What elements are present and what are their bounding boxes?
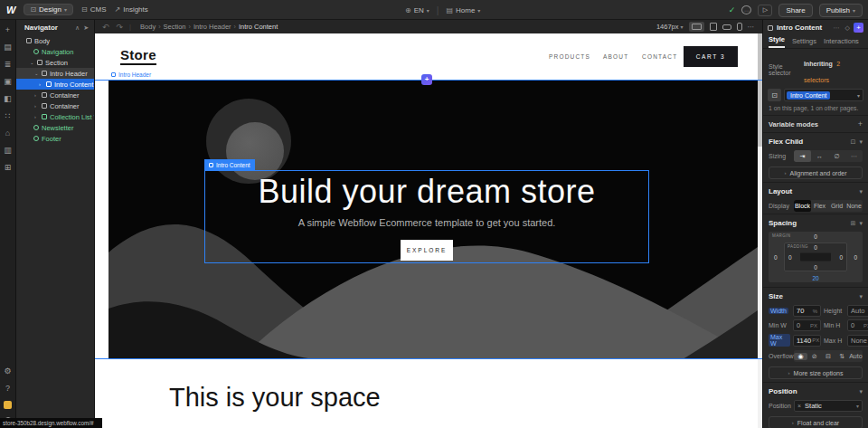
add-icon[interactable]: +	[858, 119, 863, 128]
pages-icon[interactable]: ▤	[4, 43, 12, 52]
min-height-input[interactable]: 0 PX	[847, 319, 868, 331]
breadcrumb-section[interactable]: Section	[164, 23, 186, 31]
breadcrumb-intro-content[interactable]: Intro Content	[239, 23, 278, 31]
comments-icon[interactable]: ⋯	[741, 5, 751, 14]
more-breakpoints-icon[interactable]: ⋯	[748, 23, 756, 31]
help-icon[interactable]: ?	[5, 384, 10, 393]
ecommerce-icon[interactable]: ⌂	[5, 128, 10, 138]
navigator-item-container-1[interactable]: › Container	[16, 90, 94, 100]
navigator-icon[interactable]: ≣	[5, 60, 12, 69]
page-selector[interactable]: ▤ Home ▾	[446, 6, 480, 14]
variable-modes-row[interactable]: Variable modes +	[763, 116, 868, 132]
overflow-visible-icon[interactable]: ◉	[794, 353, 807, 360]
breakpoint-phone-landscape-icon[interactable]	[722, 24, 731, 30]
preview-icon[interactable]: ▷	[758, 5, 772, 16]
breadcrumb-intro-header[interactable]: Intro Header	[193, 23, 231, 31]
alignment-and-order-expander[interactable]: › Alignment and order	[769, 166, 863, 179]
chevron-down-icon[interactable]: ▾	[859, 188, 863, 195]
sizing-none-option[interactable]: ∅	[828, 150, 845, 162]
tab-style[interactable]: Style	[769, 35, 785, 48]
hero-subtitle[interactable]: A simple Webflow Ecommerce template to g…	[298, 217, 556, 228]
intro-content-selection[interactable]: Intro Content Build your dream store A s…	[204, 170, 649, 263]
padding-left-value[interactable]: 0	[788, 254, 792, 261]
style-source-icon[interactable]: ⊡	[768, 89, 781, 101]
hero-title[interactable]: Build your dream store	[258, 173, 595, 211]
apps-icon[interactable]: ⊞	[5, 163, 12, 172]
tab-settings[interactable]: Settings	[792, 37, 816, 48]
min-height-unit[interactable]: PX	[863, 323, 868, 328]
chevron-down-icon[interactable]: ▾	[859, 138, 863, 146]
navigator-item-navigation[interactable]: Navigation	[16, 46, 94, 57]
max-width-input[interactable]: 1140 PX	[793, 335, 821, 347]
margin-right-value[interactable]: 0	[854, 254, 857, 261]
display-block-option[interactable]: Block	[794, 200, 811, 212]
chevron-down-icon[interactable]: ▾	[859, 388, 863, 395]
class-selector-input[interactable]: Intro Content ▾	[784, 89, 863, 101]
add-elements-icon[interactable]: +	[5, 25, 10, 34]
padding-right-value[interactable]: 0	[839, 254, 843, 261]
collapse-arrow-icon[interactable]: ›	[39, 81, 43, 87]
height-input[interactable]: Auto ▾	[847, 305, 868, 317]
nav-link-about[interactable]: ABOUT	[603, 53, 628, 60]
chevron-down-icon[interactable]: ▾	[859, 220, 863, 227]
padding-bottom-value[interactable]: 0	[814, 264, 817, 271]
navigator-item-collection-list[interactable]: › Collection List Wra...	[16, 111, 94, 122]
cms-button[interactable]: ⊟ CMS	[81, 5, 106, 14]
width-unit[interactable]: %	[813, 309, 817, 314]
breadcrumb-body[interactable]: Body	[140, 23, 156, 31]
account-badge[interactable]	[4, 401, 12, 409]
navigator-item-intro-header[interactable]: ⌄ Intro Header	[16, 68, 94, 79]
more-icon[interactable]: ⋯	[834, 24, 840, 32]
store-logo[interactable]: Store	[120, 47, 156, 65]
expand-arrow-icon[interactable]: ⌄	[30, 60, 34, 65]
navigator-item-container-2[interactable]: › Container	[16, 100, 94, 111]
navigator-item-newsletter[interactable]: Newsletter	[16, 122, 94, 133]
chevron-down-icon[interactable]: ▾	[859, 293, 863, 300]
sizing-grow-option[interactable]: ↔	[811, 150, 828, 162]
settings-gear-icon[interactable]: ⚙	[4, 366, 11, 376]
display-flex-option[interactable]: Flex	[811, 200, 828, 212]
collapse-arrow-icon[interactable]: ›	[34, 92, 39, 98]
breakpoint-desktop-icon[interactable]	[689, 22, 704, 32]
expand-arrow-icon[interactable]: ⌄	[34, 71, 39, 76]
margin-left-value[interactable]: 0	[774, 254, 778, 261]
margin-top-value[interactable]: 0	[814, 233, 817, 240]
webflow-logo[interactable]: W	[6, 5, 15, 15]
cms-panel-icon[interactable]: ▥	[4, 146, 12, 155]
design-mode-button[interactable]: ⊡ Design ▾	[24, 4, 73, 15]
nav-link-contact[interactable]: CONTACT	[642, 53, 677, 60]
redo-icon[interactable]: ↷	[117, 23, 124, 32]
float-and-clear-expander[interactable]: › Float and clear	[769, 416, 863, 428]
pin-icon[interactable]: ➤	[83, 24, 89, 32]
insights-button[interactable]: ↗ Insights	[115, 5, 148, 14]
breakpoint-tablet-icon[interactable]	[710, 23, 717, 31]
class-pill[interactable]: Intro Content	[787, 91, 830, 100]
overflow-auto-option[interactable]: Auto	[849, 353, 863, 359]
max-width-unit[interactable]: PX	[812, 338, 819, 343]
flex-child-settings-icon[interactable]: ⊡	[851, 138, 856, 146]
overflow-clip-icon[interactable]: ⇅	[835, 353, 849, 360]
cart-button[interactable]: CART 3	[684, 46, 738, 67]
components-icon[interactable]: ▣	[4, 77, 12, 86]
tab-interactions[interactable]: Interactions	[824, 37, 859, 48]
assets-icon[interactable]: ◧	[4, 94, 12, 103]
share-button[interactable]: Share	[778, 4, 812, 17]
sizing-shrink-option[interactable]: ⇥	[794, 150, 811, 162]
spacing-diagram[interactable]: MARGIN 0 0 0 20 PADDING 0 0 0 0	[769, 232, 863, 282]
add-section-handle[interactable]: +	[421, 74, 432, 85]
navigator-item-footer[interactable]: Footer	[16, 133, 94, 144]
position-select[interactable]: × Static ▾	[794, 400, 863, 412]
design-canvas[interactable]: Store PRODUCTS ABOUT CONTACT CART 3 Intr…	[95, 33, 762, 428]
publish-button[interactable]: Publish ▾	[819, 4, 863, 17]
overflow-scroll-icon[interactable]: ⊟	[821, 353, 835, 360]
overflow-hidden-icon[interactable]: ⊘	[807, 353, 821, 360]
padding-diagram[interactable]: PADDING 0 0 0 0	[784, 243, 847, 271]
nav-link-products[interactable]: PRODUCTS	[549, 53, 590, 60]
sizing-more-option[interactable]: ⋯	[845, 150, 863, 162]
navigator-item-intro-content[interactable]: › Intro Content	[16, 79, 94, 90]
ai-assistant-icon[interactable]: +	[854, 23, 863, 33]
hero-section[interactable]: Intro Content Build your dream store A s…	[108, 81, 758, 359]
display-grid-option[interactable]: Grid	[828, 200, 845, 212]
more-size-options-expander[interactable]: › More size options	[769, 366, 863, 379]
max-height-input[interactable]: None ▾	[847, 335, 868, 347]
